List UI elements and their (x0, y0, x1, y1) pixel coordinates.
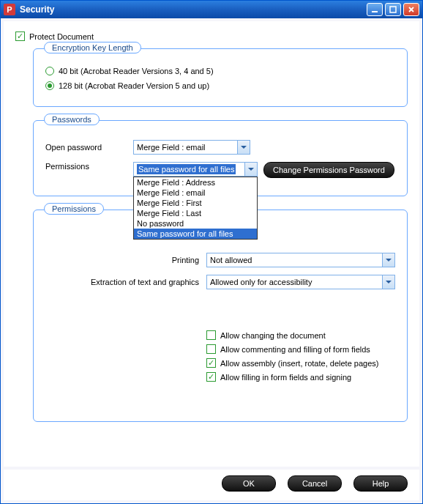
dropdown-option[interactable]: Merge Field : First (134, 198, 257, 208)
minimize-button[interactable] (367, 3, 383, 16)
allow-fill-sign-label: Allow filling in form fields and signing (220, 373, 351, 382)
security-dialog: P Security Protect Document Encryption K… (0, 0, 423, 504)
encryption-fieldset: Encryption Key Length 40 bit (Acrobat Re… (33, 48, 408, 107)
passwords-legend: Passwords (44, 114, 100, 125)
passwords-fieldset: Passwords Open password Merge Field : em… (33, 120, 408, 196)
allow-change-label: Allow changing the document (220, 331, 326, 340)
encryption-40bit-radio[interactable] (45, 67, 54, 75)
protect-document-label: Protect Document (29, 32, 94, 41)
extraction-value: Allowed only for accessibility (210, 278, 312, 286)
dropdown-option[interactable]: Merge Field : email (134, 188, 257, 198)
extraction-label: Extraction of text and graphics (45, 278, 206, 286)
permissions-password-combo[interactable]: Same password for all files Merge Field … (133, 162, 258, 177)
svg-rect-1 (390, 7, 396, 12)
encryption-40bit-label: 40 bit (Acrobat Reader Versions 3, 4 and… (59, 67, 214, 75)
ok-button[interactable]: OK (222, 475, 276, 492)
chevron-down-icon (244, 163, 257, 176)
help-button[interactable]: Help (353, 475, 408, 492)
permissions-legend: Permissions (44, 203, 104, 215)
open-password-combo[interactable]: Merge Field : email (133, 140, 250, 155)
open-password-label: Open password (45, 143, 133, 152)
permissions-fieldset: Permissions Printing Not allowed Extract… (33, 210, 408, 422)
cancel-button[interactable]: Cancel (288, 475, 342, 492)
permissions-password-value: Same password for all files (137, 164, 236, 174)
permissions-password-label: Permissions (45, 162, 133, 171)
dialog-content: Protect Document Encryption Key Length 4… (4, 21, 419, 467)
window-title: Security (20, 4, 364, 15)
allow-assembly-label: Allow assembly (insert, rotate, delete p… (220, 359, 378, 368)
maximize-button[interactable] (385, 3, 401, 16)
printing-combo[interactable]: Not allowed (206, 253, 395, 267)
encryption-128bit-label: 128 bit (Acrobat Reader Version 5 and up… (59, 81, 209, 90)
extraction-combo[interactable]: Allowed only for accessibility (206, 275, 395, 289)
dropdown-option[interactable]: Merge Field : Last (134, 208, 257, 218)
allow-comment-label: Allow commenting and filling of form fie… (220, 345, 370, 354)
dropdown-option[interactable]: No password (134, 218, 257, 229)
chevron-down-icon (237, 141, 250, 154)
button-bar: OK Cancel Help (4, 470, 419, 500)
close-button[interactable] (403, 3, 419, 16)
change-permissions-password-button[interactable]: Change Permissions Password (263, 162, 394, 178)
printing-value: Not allowed (210, 256, 252, 264)
encryption-128bit-radio[interactable] (45, 81, 54, 90)
encryption-legend: Encryption Key Length (44, 42, 141, 53)
titlebar: P Security (1, 1, 422, 18)
open-password-value: Merge Field : email (137, 143, 206, 152)
permissions-password-dropdown: Merge Field : Address Merge Field : emai… (133, 177, 258, 240)
chevron-down-icon (382, 253, 394, 267)
printing-label: Printing (45, 256, 206, 264)
protect-document-checkbox[interactable] (15, 32, 25, 41)
svg-rect-0 (372, 11, 378, 12)
allow-comment-checkbox[interactable] (206, 344, 216, 354)
dropdown-option[interactable]: Merge Field : Address (134, 177, 257, 188)
app-icon: P (4, 4, 15, 15)
dropdown-option[interactable]: Same password for all files (134, 229, 257, 239)
chevron-down-icon (382, 275, 394, 289)
allow-assembly-checkbox[interactable] (206, 358, 216, 368)
allow-fill-sign-checkbox[interactable] (206, 372, 216, 382)
allow-change-checkbox[interactable] (206, 330, 216, 340)
